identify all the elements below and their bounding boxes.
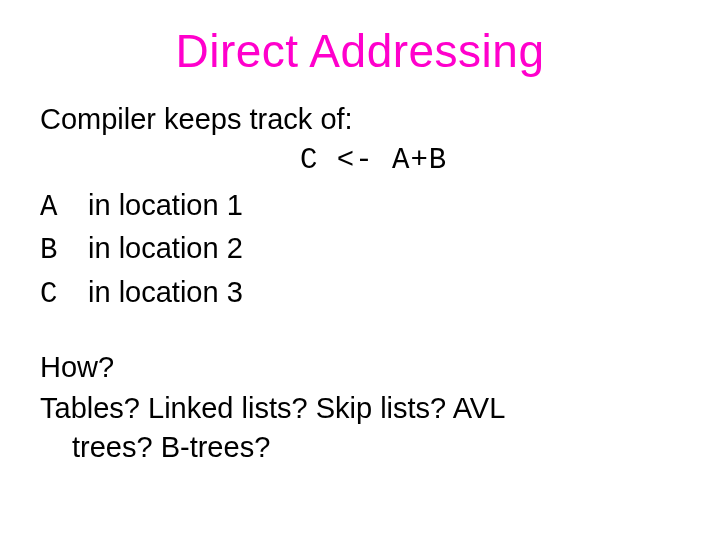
- location-symbol: C: [40, 275, 88, 314]
- slide: Direct Addressing Compiler keeps track o…: [0, 0, 720, 540]
- location-list: A in location 1 B in location 2 C in loc…: [40, 186, 680, 313]
- slide-title: Direct Addressing: [40, 24, 680, 78]
- intro-text: Compiler keeps track of:: [40, 100, 680, 139]
- slide-body: Compiler keeps track of: C <- A+B A in l…: [40, 100, 680, 467]
- location-symbol: B: [40, 231, 88, 270]
- location-row: C in location 3: [40, 273, 680, 314]
- location-text: in location 3: [88, 273, 243, 312]
- location-row: A in location 1: [40, 186, 680, 227]
- code-expression: C <- A+B: [40, 141, 680, 180]
- location-text: in location 2: [88, 229, 243, 268]
- how-question: How?: [40, 348, 680, 387]
- location-text: in location 1: [88, 186, 243, 225]
- data-structures-line-1: Tables? Linked lists? Skip lists? AVL: [40, 389, 680, 428]
- location-row: B in location 2: [40, 229, 680, 270]
- location-symbol: A: [40, 188, 88, 227]
- data-structures-line-2: trees? B-trees?: [40, 428, 680, 467]
